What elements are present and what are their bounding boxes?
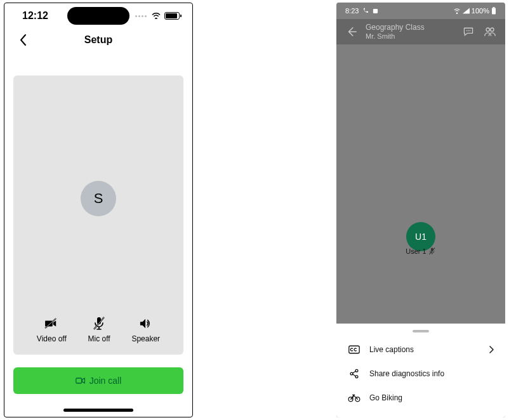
battery-icon [491, 7, 496, 15]
android-status-bar: 8:23 100% [336, 3, 505, 19]
ios-phone-frame: 12:12 Setup S [4, 3, 193, 417]
captions-icon [348, 343, 360, 356]
ios-status-right [135, 12, 180, 20]
svg-point-12 [486, 28, 489, 31]
android-status-time: 8:23 [345, 7, 359, 15]
battery-icon [164, 12, 180, 20]
sheet-item-label: Live captions [369, 345, 414, 354]
video-toggle-label: Video off [37, 334, 67, 343]
call-title: Geography Class [366, 23, 454, 32]
participant-label: User 1 [406, 247, 435, 255]
ios-nav-bar: Setup [4, 29, 192, 51]
audio-route-label: Speaker [131, 334, 160, 343]
speaker-icon [139, 317, 153, 331]
participant-mic-muted-icon [429, 247, 436, 255]
svg-rect-7 [492, 8, 496, 15]
mic-off-icon [92, 317, 106, 331]
chat-icon [463, 26, 474, 37]
svg-rect-6 [373, 8, 378, 13]
sheet-item-share-diagnostics[interactable]: Share diagnostics info [336, 362, 505, 386]
svg-point-10 [468, 30, 469, 32]
signal-icon [463, 8, 470, 14]
wifi-icon [453, 8, 461, 14]
svg-point-9 [466, 30, 468, 32]
svg-rect-8 [493, 7, 495, 8]
sheet-item-label: Go Biking [369, 393, 402, 402]
svg-rect-5 [76, 378, 82, 383]
sheet-item-live-captions[interactable]: Live captions [336, 338, 505, 362]
arrow-left-icon [346, 26, 357, 37]
sheet-drag-handle[interactable] [413, 330, 429, 332]
header-back-button[interactable] [344, 24, 359, 39]
join-call-label: Join call [89, 376, 122, 386]
home-indicator [63, 409, 133, 412]
notification-icon [373, 8, 378, 14]
battery-text: 100% [472, 7, 489, 15]
svg-point-13 [491, 28, 494, 31]
mic-toggle-label: Mic off [88, 334, 110, 343]
join-call-button[interactable]: Join call [13, 367, 183, 394]
sheet-item-label: Share diagnostics info [369, 369, 444, 378]
page-title: Setup [84, 34, 112, 46]
dynamic-island [67, 7, 129, 25]
video-off-icon [44, 317, 58, 331]
self-avatar: S [81, 181, 116, 216]
cellular-dots-icon [135, 15, 147, 17]
video-preview: S Video off [13, 75, 183, 355]
preview-controls: Video off Mic off [13, 317, 183, 343]
wifi-icon [151, 12, 161, 20]
mic-toggle[interactable]: Mic off [88, 317, 110, 343]
bottom-sheet: Live captions Share diagnostics info Go … [336, 324, 505, 417]
audio-route-button[interactable]: Speaker [131, 317, 160, 343]
phone-status-icon [362, 8, 369, 14]
sheet-item-go-biking[interactable]: Go Biking [336, 386, 505, 410]
chevron-left-icon [19, 34, 28, 46]
ios-status-time: 12:12 [22, 10, 48, 22]
share-icon [348, 367, 360, 380]
android-phone-frame: 8:23 100% Geography Class [336, 3, 505, 417]
participants-button[interactable] [482, 24, 498, 39]
ios-status-bar: 12:12 [4, 3, 192, 29]
chat-button[interactable] [461, 24, 476, 39]
people-icon [484, 27, 496, 37]
video-toggle[interactable]: Video off [37, 317, 67, 343]
participant-name: User 1 [406, 247, 426, 255]
svg-point-11 [470, 30, 471, 32]
chevron-right-icon [489, 346, 494, 353]
call-header: Geography Class Mr. Smith [336, 19, 505, 44]
call-subtitle: Mr. Smith [366, 32, 454, 41]
bike-icon [348, 391, 360, 404]
back-button[interactable] [15, 31, 32, 49]
join-call-icon [76, 376, 86, 386]
